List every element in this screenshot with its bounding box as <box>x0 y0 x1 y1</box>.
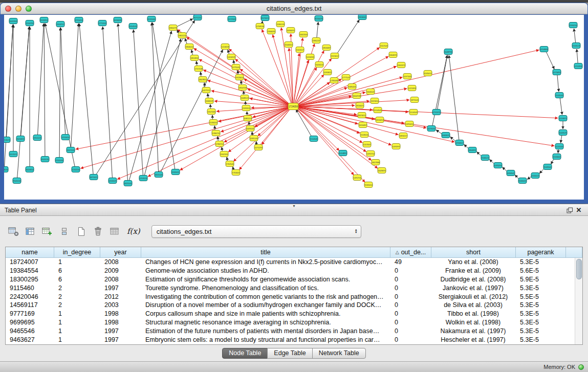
cell-title[interactable]: Estimation of the future numbers of pati… <box>141 327 390 335</box>
graph-node[interactable]: 1816421 <box>356 103 364 108</box>
cell-out_degree[interactable]: 0 <box>390 293 431 300</box>
table-row[interactable]: 946554611997Estimation of the future num… <box>6 326 575 335</box>
graph-node[interactable]: 1943123 <box>572 43 581 49</box>
graph-node[interactable]: 8571921 <box>261 15 270 21</box>
graph-node[interactable]: 8130476 <box>315 16 323 21</box>
graph-node[interactable]: 1981237 <box>312 38 321 43</box>
graph-node[interactable]: 1664091 <box>389 52 398 58</box>
graph-node[interactable]: 8131040 <box>147 16 156 22</box>
graph-node[interactable]: 1159871 <box>559 116 567 121</box>
graph-node[interactable]: 2620654 <box>26 167 34 172</box>
graph-node[interactable]: 1095093 <box>494 163 503 168</box>
cell-short[interactable]: Dudbridge et al. (2008) <box>431 276 516 283</box>
graph-node[interactable]: 1016265 <box>306 54 315 60</box>
cell-year[interactable]: 2012 <box>100 293 141 300</box>
column-header-in_degree[interactable]: in_degree <box>54 247 100 258</box>
graph-node[interactable]: 6791970 <box>432 110 441 115</box>
table-row[interactable]: 977716911998Corpus callosum shape and si… <box>6 310 575 318</box>
cell-title[interactable]: Investigating the contribution of common… <box>141 293 390 300</box>
graph-node[interactable]: 1945012 <box>171 169 180 175</box>
cell-in_degree[interactable]: 2 <box>54 293 100 300</box>
cell-short[interactable]: Tibbo et al. (1998) <box>431 310 516 317</box>
cell-pagerank[interactable]: 5.3E-5 <box>516 336 566 343</box>
graph-node[interactable]: 6793917 <box>455 140 464 146</box>
graph-node[interactable]: 1275141 <box>232 64 241 70</box>
graph-node[interactable]: 1081153 <box>244 116 252 121</box>
graph-node[interactable]: 1207067 <box>363 142 372 147</box>
cell-title[interactable]: Structural magnetic resonance image aver… <box>141 319 390 326</box>
cell-in_degree[interactable]: 1 <box>54 310 100 317</box>
memory-status-indicator[interactable] <box>578 364 584 370</box>
cell-out_degree[interactable]: 0 <box>390 267 431 274</box>
cell-pagerank[interactable]: 5.9E-5 <box>516 276 566 283</box>
graph-node[interactable]: 1094542 <box>507 170 515 176</box>
graph-node[interactable]: 1210354 <box>574 63 583 69</box>
graph-node[interactable]: 1427512 <box>202 87 211 93</box>
column-header-out_degree[interactable]: △out_de... <box>390 247 431 258</box>
graph-node[interactable]: 1221393 <box>408 85 417 91</box>
graph-node[interactable]: 1875105 <box>410 97 419 103</box>
graph-node[interactable]: 1807851 <box>199 77 207 82</box>
table-scrollbar-thumb[interactable] <box>576 259 582 279</box>
graph-node[interactable]: 1185140 <box>250 136 258 141</box>
graph-node[interactable]: 1946121 <box>481 155 490 161</box>
graph-node[interactable]: 1860276 <box>169 25 178 31</box>
graph-node[interactable]: 1514546 <box>310 136 318 142</box>
graph-node[interactable]: 1696091 <box>287 28 295 33</box>
column-header-short[interactable]: short <box>431 247 516 258</box>
graph-node[interactable]: 1683925 <box>442 133 450 138</box>
cell-in_degree[interactable]: 1 <box>54 327 100 335</box>
graph-node[interactable]: 1851832 <box>190 55 199 61</box>
graph-node[interactable]: 1762540 <box>226 161 234 167</box>
cell-short[interactable]: Franke et al. (2009) <box>431 267 516 274</box>
graph-node[interactable]: 1648122 <box>241 95 249 101</box>
column-header-title[interactable]: title <box>141 247 390 258</box>
graph-node[interactable]: 1322017 <box>296 47 304 53</box>
graph-node[interactable]: 1951123 <box>33 135 41 141</box>
cell-pagerank[interactable]: 5.3E-5 <box>516 258 566 266</box>
graph-node[interactable]: 2054143 <box>129 24 138 29</box>
cell-in_degree[interactable]: 2 <box>54 285 100 292</box>
graph-node[interactable]: 1804391 <box>468 147 477 153</box>
graph-node[interactable]: 1506312 <box>285 42 293 48</box>
graph-node[interactable]: 1609691 <box>378 168 386 173</box>
graph-node[interactable]: 1973493 <box>553 70 561 75</box>
graph-node[interactable]: 1907183 <box>207 109 216 115</box>
table-mode-icon[interactable] <box>7 225 19 238</box>
cell-year[interactable]: 1998 <box>100 310 141 317</box>
cell-year[interactable]: 1998 <box>100 319 141 326</box>
cell-year[interactable]: 1997 <box>100 285 141 292</box>
graph-node[interactable]: 1095997 <box>392 144 401 149</box>
graph-node[interactable]: 1186133 <box>276 21 285 27</box>
graph-node[interactable]: 1610467 <box>359 122 367 128</box>
graph-node[interactable]: 1604748 <box>353 93 361 99</box>
cell-short[interactable]: Stergiakouli et al. (2012) <box>431 293 516 300</box>
graph-node[interactable]: 9505134 <box>13 178 21 184</box>
graph-node[interactable]: 1685441 <box>348 84 357 90</box>
graph-node[interactable]: 1945013 <box>531 173 540 179</box>
panel-splitter-handle[interactable]: ▾ <box>293 204 295 208</box>
graph-node[interactable]: 1763441 <box>232 170 241 176</box>
cell-name[interactable]: 22420046 <box>6 293 54 300</box>
show-columns-icon[interactable] <box>24 225 36 238</box>
cell-name[interactable]: 19384554 <box>6 267 54 274</box>
graph-node[interactable]: 1590210 <box>569 23 578 28</box>
graph-node[interactable]: 1184529 <box>205 98 213 104</box>
graph-node[interactable]: 9016036 <box>114 17 122 23</box>
graph-node[interactable]: 1424209 <box>227 54 236 60</box>
table-row[interactable]: 969969511998Structural magnetic resonanc… <box>6 318 575 327</box>
graph-node[interactable]: 1112544 <box>380 43 388 49</box>
cell-title[interactable]: Disruption of a novel member of a sodium… <box>141 301 390 309</box>
graph-node[interactable]: 1626153 <box>315 62 324 68</box>
cell-out_degree[interactable]: 0 <box>390 285 431 292</box>
graph-node[interactable]: 1120543 <box>555 144 563 149</box>
window-titlebar[interactable]: citations_edges.txt <box>1 3 587 14</box>
graph-node[interactable]: 1071293 <box>254 145 263 150</box>
graph-node[interactable]: 9571211 <box>193 15 202 20</box>
graph-node[interactable]: 9505135 <box>41 157 50 162</box>
graph-node[interactable]: 1893217 <box>399 133 408 139</box>
graph-node[interactable]: 1162331 <box>220 151 228 157</box>
graph-node[interactable]: 1224058 <box>221 44 230 50</box>
graph-node[interactable]: 1197343 <box>403 74 411 79</box>
graph-node[interactable]: 1599313 <box>242 105 251 111</box>
